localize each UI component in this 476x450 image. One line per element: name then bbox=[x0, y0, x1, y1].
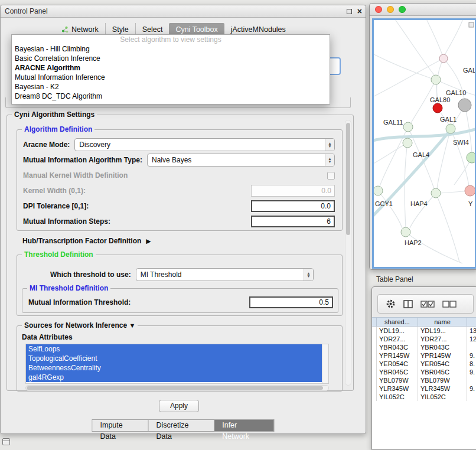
list-item-selected[interactable]: TopologicalCoefficient bbox=[26, 354, 322, 363]
table-cell[interactable]: YDL19... bbox=[418, 327, 467, 335]
table-cell[interactable]: YBL079W bbox=[418, 376, 467, 384]
network-node[interactable] bbox=[403, 138, 412, 148]
table-cell[interactable]: 9. bbox=[467, 384, 476, 393]
manual-kernel-checkbox[interactable] bbox=[327, 172, 335, 180]
list-item-selected[interactable]: SelfLoops bbox=[26, 344, 322, 354]
network-graph[interactable]: GALGAL80GAL10GAL11GAL1SWI4GAL4GCY1HAP4YH… bbox=[374, 20, 475, 267]
table-row[interactable]: YER054CYER054C8. bbox=[372, 360, 476, 368]
algorithm-option[interactable]: Bayesian - Hill Climbing bbox=[12, 44, 330, 54]
collapse-arrow-icon[interactable]: ▼ bbox=[129, 322, 135, 329]
network-node[interactable] bbox=[446, 124, 455, 133]
combo-stepper-icon[interactable]: ▲▼ bbox=[325, 139, 334, 151]
empty-checkboxes-icon[interactable] bbox=[442, 301, 457, 308]
table-cell[interactable]: 9. bbox=[467, 368, 476, 376]
control-panel-titlebar[interactable]: Control Panel × bbox=[1, 5, 366, 18]
algorithm-option-selected[interactable]: ARACNE Algorithm bbox=[12, 63, 330, 73]
table-row[interactable]: YIL052CYIL052C bbox=[372, 393, 476, 401]
expand-arrow-icon[interactable]: ▶ bbox=[146, 237, 151, 245]
dpi-tolerance-input[interactable] bbox=[251, 200, 335, 212]
sources-group-title[interactable]: Sources for Network Inference ▼ bbox=[22, 321, 138, 330]
network-edge[interactable] bbox=[394, 20, 435, 76]
network-node[interactable] bbox=[403, 122, 413, 132]
scrollbar-thumb[interactable] bbox=[346, 123, 350, 235]
mi-type-select[interactable]: Naive Bayes ▲▼ bbox=[147, 154, 335, 167]
table-cell[interactable]: YPR145W bbox=[418, 351, 467, 360]
list-item-selected[interactable]: BetweennessCentrality bbox=[26, 363, 322, 373]
list-vertical-scrollbar[interactable] bbox=[322, 344, 328, 383]
data-attributes-list[interactable]: SelfLoops TopologicalCoefficient Between… bbox=[25, 344, 329, 384]
table-header-cell[interactable]: name bbox=[418, 318, 467, 326]
network-edge[interactable] bbox=[374, 54, 432, 79]
table-cell[interactable]: YDR27... bbox=[418, 335, 467, 343]
table-cell[interactable]: YBR045C bbox=[377, 368, 418, 376]
network-node[interactable] bbox=[458, 99, 471, 112]
table-row[interactable]: YBR043CYBR043C bbox=[372, 343, 476, 351]
table-cell[interactable]: YBR043C bbox=[377, 343, 418, 351]
table-row[interactable]: YDR27...YDR27...12 bbox=[372, 335, 476, 343]
table-row[interactable]: YBR045CYBR045C9. bbox=[372, 368, 476, 376]
tab-impute-data[interactable]: Impute Data bbox=[93, 420, 148, 431]
algorithm-option[interactable]: Bayesian - K2 bbox=[12, 82, 330, 92]
table-header-cell[interactable] bbox=[467, 318, 476, 326]
network-edge[interactable] bbox=[374, 145, 403, 165]
network-window-titlebar[interactable] bbox=[370, 4, 476, 16]
network-node[interactable] bbox=[374, 186, 383, 195]
mi-threshold-input[interactable] bbox=[249, 296, 333, 308]
tab-discretize-data[interactable]: Discretize Data bbox=[148, 420, 214, 431]
network-overview-box[interactable] bbox=[469, 22, 474, 27]
hub-definition-section[interactable]: Hub/Transcription Factor Definition ▶ bbox=[22, 237, 151, 245]
settings-scrollbar[interactable] bbox=[345, 120, 351, 386]
network-edge[interactable] bbox=[406, 232, 462, 263]
table-cell[interactable]: YBR043C bbox=[418, 343, 467, 351]
zoom-traffic-light[interactable] bbox=[399, 6, 406, 13]
tab-infer-network[interactable]: Infer Network bbox=[214, 420, 273, 431]
network-edge[interactable] bbox=[405, 143, 407, 227]
scrollbar-thumb[interactable] bbox=[27, 386, 323, 390]
algorithm-option[interactable]: Mutual Information Inference bbox=[12, 73, 330, 82]
aracne-mode-select[interactable]: Discovery ▲▼ bbox=[74, 138, 335, 151]
table-cell[interactable]: 9. bbox=[467, 351, 476, 360]
table-cell[interactable]: YBR045C bbox=[418, 368, 467, 376]
table-cell[interactable] bbox=[467, 376, 476, 384]
network-node[interactable] bbox=[433, 103, 442, 113]
close-traffic-light[interactable] bbox=[375, 6, 382, 13]
tab-select[interactable]: Select bbox=[135, 23, 169, 35]
network-node[interactable] bbox=[431, 188, 441, 198]
table-cell[interactable]: YDL19... bbox=[377, 327, 418, 335]
network-node[interactable] bbox=[467, 152, 475, 163]
gear-icon[interactable] bbox=[386, 299, 396, 309]
float-window-icon[interactable] bbox=[347, 9, 352, 14]
table-cell[interactable]: YER054C bbox=[377, 360, 418, 368]
list-horizontal-scrollbar[interactable] bbox=[25, 385, 329, 391]
tab-jactivemodules[interactable]: jActiveMNodules bbox=[224, 23, 292, 35]
close-window-icon[interactable]: × bbox=[357, 8, 362, 15]
table-row[interactable]: YLR345WYLR345W9. bbox=[372, 384, 476, 393]
columns-icon[interactable] bbox=[403, 300, 413, 308]
collapsed-panel-icon[interactable] bbox=[2, 438, 10, 445]
algorithm-option[interactable]: Basic Correlation Inference bbox=[12, 54, 330, 63]
combo-stepper-icon[interactable]: ▲▼ bbox=[304, 269, 313, 281]
table-cell[interactable]: YPR145W bbox=[377, 351, 418, 360]
table-cell[interactable]: YBL079W bbox=[377, 376, 418, 384]
checked-checkboxes-icon[interactable] bbox=[420, 301, 435, 308]
algorithm-option[interactable]: Dream8 DC_TDC Algorithm bbox=[12, 92, 330, 101]
apply-button[interactable]: Apply bbox=[159, 400, 199, 412]
network-edge[interactable] bbox=[426, 20, 444, 58]
network-node[interactable] bbox=[439, 54, 448, 63]
network-edge[interactable] bbox=[445, 20, 464, 55]
list-item-selected[interactable]: gal4RGexp bbox=[26, 373, 322, 382]
combo-stepper-icon[interactable]: ▲▼ bbox=[325, 154, 334, 166]
table-row[interactable]: YBL079WYBL079W bbox=[372, 376, 476, 384]
table-cell[interactable]: 13 bbox=[467, 327, 476, 335]
which-threshold-select[interactable]: MI Threshold ▲▼ bbox=[136, 268, 314, 281]
network-node[interactable] bbox=[431, 75, 441, 84]
network-edge[interactable] bbox=[410, 193, 436, 228]
table-row[interactable]: YPR145WYPR145W9. bbox=[372, 351, 476, 360]
network-edge[interactable] bbox=[436, 193, 459, 262]
table-cell[interactable] bbox=[467, 393, 476, 401]
table-cell[interactable]: 8. bbox=[467, 360, 476, 368]
table-cell[interactable]: YIL052C bbox=[377, 393, 418, 401]
table-row[interactable]: YDL19...YDL19...13 bbox=[372, 327, 476, 335]
tab-network[interactable]: Network bbox=[55, 23, 105, 35]
tab-style[interactable]: Style bbox=[105, 23, 135, 35]
